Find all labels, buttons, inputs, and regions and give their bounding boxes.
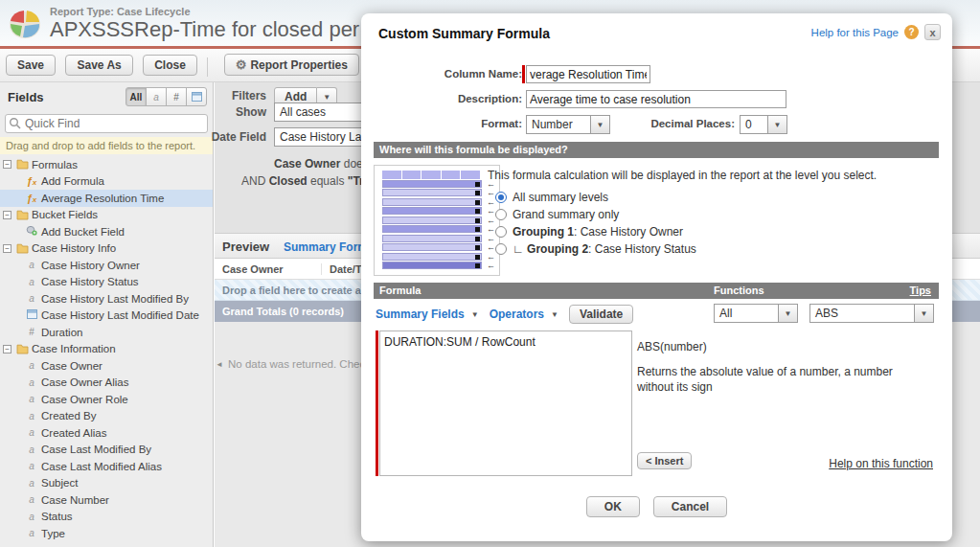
field-tree-item[interactable]: ƒxAdd Formula	[0, 173, 213, 191]
summary-fields-dropdown[interactable]: Summary Fields	[376, 308, 465, 321]
radio-button-icon[interactable]	[495, 209, 507, 220]
functions-list-select[interactable]: ABS ▼	[809, 304, 934, 323]
close-button[interactable]: Close	[143, 55, 197, 76]
page-title: APXSSSRep-Time for closed per Rep	[50, 17, 404, 42]
save-button[interactable]: Save	[6, 55, 56, 76]
field-tree-item-label: Created Alias	[41, 427, 106, 439]
field-tree-item[interactable]: −Bucket Fields	[0, 207, 213, 224]
operators-dropdown[interactable]: Operators	[490, 308, 544, 321]
format-select[interactable]: Number ▼	[526, 115, 610, 134]
field-tree-item[interactable]: #Duration	[0, 324, 213, 341]
radio-button-icon[interactable]	[495, 192, 507, 203]
tips-link[interactable]: Tips	[910, 283, 931, 299]
gear-icon: ⚙	[236, 57, 247, 72]
collapse-node-icon[interactable]: −	[3, 160, 11, 169]
field-tree-item[interactable]: aCase History Owner	[0, 257, 213, 274]
field-tree-item-label: Created By	[41, 410, 97, 422]
report-builder-page: Report Type: Case Lifecycle APXSSSRep-Ti…	[0, 0, 980, 547]
field-tree-item[interactable]: ƒxAverage Resolution Time	[0, 190, 213, 207]
field-tree-item[interactable]: aCase Number	[0, 491, 213, 509]
field-tree-item[interactable]: aSubject	[0, 475, 213, 492]
dialog-title: Custom Summary Formula	[378, 26, 550, 41]
field-tree-item-label: Case Number	[41, 494, 109, 506]
text-field-icon: a	[25, 293, 38, 304]
function-signature: ABS(number)	[637, 340, 707, 353]
field-tree-item[interactable]: aCase Owner Alias	[0, 375, 213, 392]
field-tree-item-label: Case History Status	[41, 276, 139, 287]
field-tree-item-label: Case History Last Modified By	[41, 293, 189, 305]
collapse-node-icon[interactable]: −	[3, 244, 11, 253]
description-input[interactable]	[526, 90, 786, 108]
function-description: Returns the absolute value of a number, …	[637, 364, 924, 395]
text-field-icon: a	[25, 512, 38, 522]
text-field-icon: a	[25, 528, 38, 538]
field-tree-item[interactable]: aCase Owner	[0, 357, 213, 375]
field-tree-item[interactable]: aStatus	[0, 509, 213, 526]
report-type-label: Report Type: Case Lifecycle	[50, 6, 191, 17]
help-for-this-page-link[interactable]: Help for this Page	[811, 27, 899, 38]
field-tree-item-label: Average Resolution Time	[41, 193, 164, 204]
field-tree-item-label: Formulas	[32, 159, 78, 171]
field-tree-item-label: Case History Owner	[41, 260, 140, 271]
dialog-close-icon[interactable]: x	[924, 24, 941, 40]
report-properties-button[interactable]: ⚙Report Properties	[224, 54, 359, 76]
report-pie-chart-icon	[8, 8, 42, 40]
format-label: Format:	[380, 118, 522, 129]
drag-drop-hint: Drag and drop to add fields to the repor…	[0, 137, 213, 154]
text-field-icon: a	[25, 427, 38, 438]
decimal-places-select[interactable]: 0 ▼	[740, 115, 787, 134]
summary-levels-illustration: ←←←←←←←←←←	[374, 165, 500, 276]
insert-function-button[interactable]: < Insert	[637, 452, 692, 469]
quick-find-input[interactable]	[5, 114, 208, 133]
text-field-icon: a	[25, 360, 38, 371]
field-tree-item[interactable]: aCase Owner Role	[0, 391, 213, 408]
collapse-node-icon[interactable]: −	[3, 345, 11, 353]
cancel-button[interactable]: Cancel	[653, 496, 727, 517]
functions-category-select[interactable]: All ▼	[714, 304, 798, 323]
radio-button-icon[interactable]	[495, 226, 507, 238]
field-tree-item[interactable]: aCase History Last Modified By	[0, 290, 213, 308]
chevron-down-icon: ▼	[915, 304, 934, 323]
field-tree-item[interactable]: −Case History Info	[0, 240, 213, 258]
formula-icon: ƒx	[25, 175, 38, 187]
fields-panel-title: Fields	[8, 90, 44, 104]
field-tree-item[interactable]: −Case Information	[0, 341, 213, 358]
bucket-add-icon	[25, 225, 38, 238]
field-tree-item-label: Case Last Modified By	[41, 444, 151, 455]
filter-all-button[interactable]: All	[125, 87, 147, 106]
summary-level-radio[interactable]: ∟ Grouping 2: Case History Status	[495, 240, 696, 258]
required-marker	[522, 65, 525, 83]
ok-button[interactable]: OK	[586, 496, 640, 517]
radio-button-icon[interactable]	[495, 243, 507, 255]
field-tree-item[interactable]: aCase Last Modified By	[0, 442, 213, 459]
help-on-function-link[interactable]: Help on this function	[829, 457, 933, 470]
column-header-case-owner[interactable]: Case Owner	[215, 263, 322, 275]
field-tree-item[interactable]: −Formulas	[0, 156, 213, 173]
summary-level-radio[interactable]: Grand summary only	[495, 206, 696, 223]
collapse-panel-icon[interactable]: ◄	[216, 360, 223, 369]
collapse-node-icon[interactable]: −	[3, 211, 11, 219]
field-tree-item[interactable]: aCase History Status	[0, 274, 213, 291]
chevron-down-icon: ▼	[551, 310, 558, 319]
radio-label: ∟ Grouping 2: Case History Status	[513, 242, 696, 256]
filter-text-fields-button[interactable]: a	[146, 87, 167, 106]
help-icon[interactable]: ?	[904, 25, 919, 39]
field-tree-item-label: Case Last Modified Alias	[41, 461, 162, 472]
summary-level-radio[interactable]: All summary levels	[495, 189, 696, 206]
field-tree-item[interactable]: aCreated Alias	[0, 424, 213, 442]
field-tree-item[interactable]: aType	[0, 525, 213, 542]
field-tree-item[interactable]: Add Bucket Field	[0, 223, 213, 240]
filter-row-closed[interactable]: AND Closed equals "True	[241, 174, 377, 188]
decimal-places-label: Decimal Places:	[610, 118, 735, 129]
radio-label: All summary levels	[513, 191, 608, 204]
summary-level-radio[interactable]: Grouping 1: Case History Owner	[495, 223, 696, 240]
field-tree-item[interactable]: aCase Last Modified Alias	[0, 458, 213, 475]
column-name-input[interactable]	[526, 65, 650, 83]
save-as-button[interactable]: Save As	[65, 55, 132, 76]
formula-textarea[interactable]: DURATION:SUM / RowCount	[379, 330, 632, 476]
folder-icon	[15, 242, 29, 255]
filter-number-fields-button[interactable]: #	[166, 87, 187, 106]
validate-button[interactable]: Validate	[569, 305, 633, 324]
field-tree-item[interactable]: Case History Last Modified Date	[0, 308, 213, 325]
field-tree-item[interactable]: aCreated By	[0, 408, 213, 425]
